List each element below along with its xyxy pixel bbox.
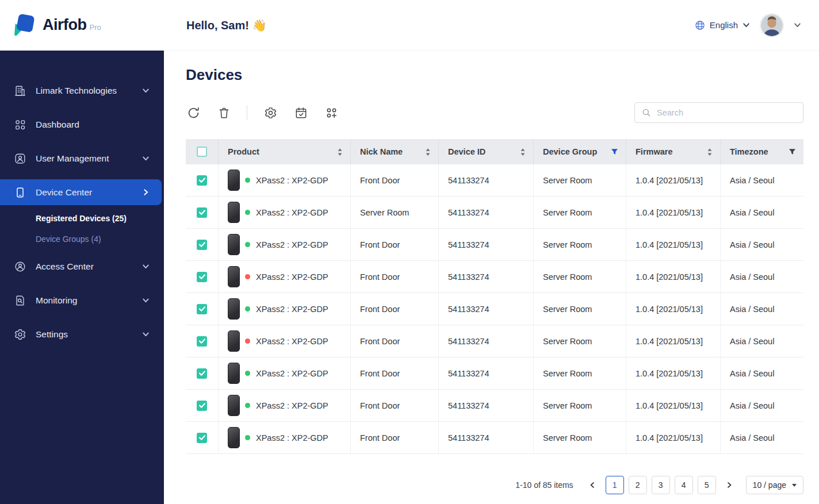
brand-logo[interactable]: Airfob Pro [0, 12, 186, 39]
row-select-checkbox[interactable] [186, 164, 218, 196]
page-size-label: 10 / page [753, 480, 786, 490]
timezone-cell: Asia / Seoul [720, 261, 803, 293]
column-header-nickname[interactable]: Nick Name [350, 139, 438, 164]
chevron-down-icon [141, 330, 150, 338]
page-number-button[interactable]: 4 [675, 476, 693, 494]
page-number-button[interactable]: 5 [698, 476, 716, 494]
firmware-update-button[interactable] [263, 105, 278, 120]
checkbox-icon [197, 240, 207, 250]
chevron-down-icon [141, 296, 150, 305]
page-size-select[interactable]: 10 / page [746, 476, 803, 494]
schedule-button[interactable] [293, 105, 308, 120]
sort-icon [520, 148, 526, 156]
device-group-cell: Server Room [533, 357, 626, 389]
sidebar-item-label: User Management [36, 153, 109, 164]
table-row: XPass2 : XP2-GDPFront Door541133274Serve… [186, 390, 803, 422]
chevron-down-icon [141, 154, 150, 163]
sidebar-item-dashboard[interactable]: Dashboard [0, 111, 164, 137]
table-row: XPass2 : XP2-GDPFront Door541133274Serve… [186, 325, 803, 357]
refresh-button[interactable] [186, 105, 201, 120]
device-group-cell: Server Room [533, 197, 626, 228]
greeting-text: Hello, Sam! 👋 [186, 18, 266, 32]
row-select-checkbox[interactable] [186, 197, 218, 228]
previous-page-button[interactable] [584, 476, 601, 494]
nickname-cell: Front Door [350, 164, 438, 196]
column-header-firmware[interactable]: Firmware [626, 139, 720, 164]
column-header-product[interactable]: Product [218, 139, 350, 164]
status-dot [245, 338, 250, 344]
table-row: XPass2 : XP2-GDPFront Door541133274Serve… [186, 229, 803, 261]
row-select-checkbox[interactable] [186, 390, 218, 421]
add-group-button[interactable] [324, 105, 339, 120]
sidebar-item-company[interactable]: Limark Technologies [0, 78, 164, 103]
nickname-cell: Front Door [350, 357, 438, 389]
row-select-checkbox[interactable] [186, 357, 218, 389]
row-select-checkbox[interactable] [186, 261, 218, 293]
sidebar-item-label: Dashboard [36, 120, 79, 130]
device-group-cell: Server Room [533, 261, 626, 293]
pagination: 1-10 of 85 items 12345 10 / page [186, 476, 803, 494]
firmware-cell: 1.0.4 [2021/05/13] [626, 261, 720, 293]
search-icon [641, 107, 652, 118]
row-select-checkbox[interactable] [186, 325, 218, 357]
sidebar-item-label: Device Center [36, 187, 92, 198]
row-select-checkbox[interactable] [186, 293, 218, 325]
page-number-button[interactable]: 3 [652, 476, 670, 494]
page-number-button[interactable]: 2 [629, 476, 647, 494]
device-image [228, 202, 240, 223]
device-group-cell: Server Room [533, 164, 626, 196]
dashboard-icon [14, 118, 26, 131]
table-row: XPass2 : XP2-GDPFront Door541133274Serve… [186, 261, 803, 293]
column-header-device-id[interactable]: Device ID [438, 139, 533, 164]
nickname-cell: Server Room [350, 197, 438, 228]
timezone-cell: Asia / Seoul [720, 422, 803, 453]
timezone-cell: Asia / Seoul [720, 390, 803, 421]
nickname-cell: Front Door [350, 422, 438, 453]
account-chevron-down-icon[interactable] [793, 21, 802, 29]
sidebar-item-device-center[interactable]: Device Center [0, 179, 162, 205]
column-header-device-group[interactable]: Device Group [533, 139, 626, 164]
sidebar-item-user-management[interactable]: User Management [0, 145, 164, 171]
header-right: English [694, 13, 819, 37]
sidebar-item-access-center[interactable]: Access Center [0, 253, 164, 279]
gear-icon [14, 328, 26, 341]
chevron-right-icon [725, 481, 733, 489]
device-image [228, 427, 240, 448]
firmware-cell: 1.0.4 [2021/05/13] [626, 229, 720, 260]
checkbox-icon [197, 175, 207, 186]
sort-icon [425, 148, 431, 156]
delete-button[interactable] [216, 105, 231, 120]
avatar[interactable] [760, 13, 784, 37]
device-group-cell: Server Room [533, 325, 626, 357]
language-selector[interactable]: English [694, 20, 751, 31]
sidebar-subitem-device-groups[interactable]: Device Groups (4) [36, 234, 164, 244]
search-input[interactable] [657, 108, 797, 117]
device-icon [14, 186, 26, 199]
timezone-cell: Asia / Seoul [720, 229, 803, 260]
page-number-button[interactable]: 1 [606, 476, 624, 494]
sidebar-item-monitoring[interactable]: Monitoring [0, 287, 164, 313]
row-select-checkbox[interactable] [186, 422, 218, 453]
main-content: Devices Product [164, 51, 819, 504]
product-name: XPass2 : XP2-GDP [256, 337, 328, 346]
device-image [228, 395, 240, 416]
next-page-button[interactable] [721, 476, 738, 494]
firmware-gear-icon [264, 106, 277, 120]
sidebar-item-label: Settings [36, 329, 68, 340]
search-box[interactable] [634, 102, 803, 123]
column-header-timezone[interactable]: Timezone [720, 139, 803, 164]
row-select-checkbox[interactable] [186, 229, 218, 260]
device-id-cell: 541133274 [438, 197, 533, 228]
monitoring-icon [14, 294, 26, 307]
sidebar-item-settings[interactable]: Settings [0, 321, 164, 347]
device-id-cell: 541133274 [438, 357, 533, 389]
sidebar-subitem-registered-devices[interactable]: Registered Devices (25) [36, 213, 164, 224]
building-icon [14, 84, 26, 97]
access-icon [14, 260, 26, 273]
device-group-cell: Server Room [533, 229, 626, 260]
select-all-checkbox[interactable] [186, 139, 218, 164]
chevron-right-icon [141, 188, 150, 197]
firmware-cell: 1.0.4 [2021/05/13] [626, 422, 720, 453]
device-id-cell: 541133274 [438, 390, 533, 421]
product-cell: XPass2 : XP2-GDP [218, 164, 350, 196]
